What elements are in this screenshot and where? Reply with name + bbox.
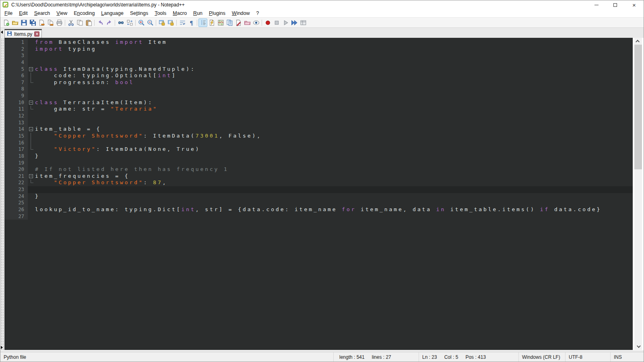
menu-encoding[interactable]: Encoding [70, 10, 98, 17]
fold-collapse-icon[interactable] [29, 67, 33, 71]
undo-button[interactable] [96, 19, 105, 27]
code-line[interactable]: 2import typing [4, 46, 633, 53]
code-line[interactable]: 6 code: typing.Optional[int] [4, 72, 633, 79]
toolbar-separator [156, 20, 156, 26]
open-icon [12, 19, 19, 26]
document-map-button[interactable] [216, 19, 225, 27]
code-line[interactable]: 1from BaseClasses import Item [4, 39, 633, 46]
macro-run-multiple-button[interactable] [290, 19, 299, 27]
print-button[interactable] [55, 19, 64, 27]
tab-scroll-left-icon[interactable] [1, 31, 3, 34]
menu-window[interactable]: Window [229, 10, 253, 17]
code-line[interactable]: 8 [4, 86, 633, 93]
close-button[interactable] [37, 19, 46, 27]
macro-record-button[interactable] [263, 19, 272, 27]
code-line[interactable]: 21item_frequencies = { [4, 173, 633, 180]
code-line[interactable]: 7 progression: bool [4, 79, 633, 86]
code-line[interactable]: 20# If not listed here then has frequenc… [4, 166, 633, 173]
dock-expand-icon[interactable] [1, 346, 3, 349]
save-all-button[interactable] [28, 19, 37, 27]
document-list-button[interactable] [225, 19, 234, 27]
scroll-up-button[interactable] [634, 38, 642, 45]
code-line[interactable]: 17 "Victory": ItemData(None, True) [4, 146, 633, 153]
code-line[interactable]: 15 "Copper Shortsword": ItemData(73001, … [4, 133, 633, 140]
code-line[interactable]: 4 [4, 59, 633, 66]
scrollbar-track[interactable] [634, 45, 642, 343]
zoom-out-button[interactable] [146, 19, 155, 27]
code-token: BaseClasses [54, 39, 115, 45]
open-folder-pink-button[interactable] [243, 19, 252, 27]
menu-tools[interactable]: Tools [151, 10, 169, 17]
paste-button[interactable] [84, 19, 93, 27]
code-line[interactable]: 3 [4, 52, 633, 59]
indent-guide-button[interactable] [198, 19, 207, 27]
scrollbar-thumb[interactable] [634, 45, 642, 169]
code-line[interactable]: 12 [4, 113, 633, 119]
code-line[interactable]: 27 [4, 213, 633, 220]
replace-button[interactable] [125, 19, 134, 27]
fold-collapse-icon[interactable] [29, 174, 33, 178]
code-token: game: str = [35, 106, 111, 112]
code-line[interactable]: 26lookup_id_to_name: typing.Dict[int, st… [4, 206, 633, 213]
sync-scroll-v-button[interactable] [157, 19, 166, 27]
code-line[interactable]: 13 [4, 119, 633, 126]
cut-button[interactable] [66, 19, 75, 27]
scroll-down-button[interactable] [634, 343, 642, 350]
macro-play-icon [282, 19, 289, 26]
menu-settings[interactable]: Settings [127, 10, 151, 17]
menu-view[interactable]: View [53, 10, 70, 17]
fold-collapse-icon[interactable] [29, 127, 33, 131]
function-list-button[interactable] [207, 19, 216, 27]
show-all-chars-button[interactable]: ¶ [187, 19, 196, 27]
zoom-in-button[interactable] [137, 19, 146, 27]
menu-macro[interactable]: Macro [169, 10, 190, 17]
close-all-button[interactable] [46, 19, 55, 27]
save-button[interactable] [19, 19, 28, 27]
word-wrap-button[interactable] [178, 19, 187, 27]
code-line[interactable]: 16 [4, 140, 633, 146]
code-line[interactable]: 10class TerrariaItem(Item): [4, 99, 633, 106]
minimize-button[interactable] [587, 0, 606, 9]
macro-stop-button[interactable] [272, 19, 281, 27]
redo-icon [106, 19, 113, 26]
code-editor[interactable]: 1from BaseClasses import Item2import typ… [4, 38, 633, 350]
tab-items-py[interactable]: Items.py × [4, 29, 42, 38]
code-line[interactable]: 24} [4, 193, 633, 200]
close-button[interactable]: × [625, 0, 644, 9]
menu-run[interactable]: Run [190, 10, 206, 17]
menu-edit[interactable]: Edit [16, 10, 31, 17]
macro-save-button[interactable] [299, 19, 308, 27]
dock-grip[interactable] [0, 38, 4, 350]
menu-file[interactable]: File [1, 10, 16, 17]
fold-margin [28, 59, 35, 66]
open-button[interactable] [10, 19, 19, 27]
code-line[interactable]: 18} [4, 153, 633, 160]
maximize-button[interactable] [606, 0, 625, 9]
code-line[interactable]: 25 [4, 200, 633, 206]
menu-search[interactable]: Search [31, 10, 54, 17]
new-file-button[interactable] [2, 19, 10, 27]
menu-language[interactable]: Language [98, 10, 127, 17]
find-button[interactable] [116, 19, 125, 27]
code-line[interactable]: 9 [4, 93, 633, 99]
monitoring-button[interactable] [252, 19, 260, 27]
menu-help[interactable]: ? [253, 10, 262, 17]
fold-collapse-icon[interactable] [29, 101, 33, 105]
line-number: 19 [4, 160, 28, 167]
code-line[interactable]: 11 game: str = "Terraria" [4, 106, 633, 113]
code-token: int [182, 206, 196, 212]
macro-play-button[interactable] [281, 19, 290, 27]
code-line[interactable]: 19 [4, 160, 633, 167]
code-line[interactable]: 5class ItemData(typing.NamedTuple): [4, 66, 633, 73]
folder-as-workspace-button[interactable] [234, 19, 243, 27]
vertical-scrollbar[interactable] [634, 38, 642, 350]
redo-button[interactable] [105, 19, 114, 27]
editor-region: 1from BaseClasses import Item2import typ… [0, 38, 644, 350]
code-line[interactable]: 22 "Copper Shortsword": 87, [4, 179, 633, 186]
tab-close-icon[interactable]: × [34, 31, 39, 37]
code-line[interactable]: 14item_table = { [4, 126, 633, 133]
menu-plugins[interactable]: Plugins [206, 10, 229, 17]
sync-scroll-h-button[interactable] [166, 19, 175, 27]
code-line[interactable]: 23 [4, 186, 633, 193]
copy-button[interactable] [75, 19, 84, 27]
